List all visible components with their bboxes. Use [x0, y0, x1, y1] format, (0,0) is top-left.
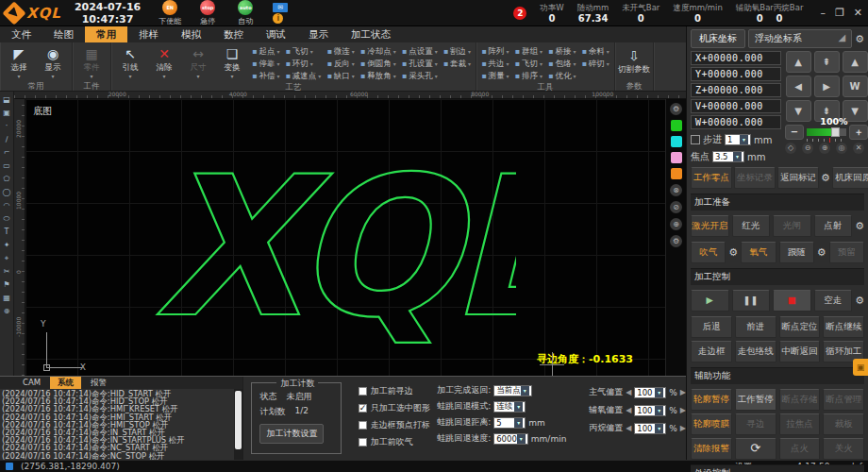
counter-settings-button[interactable]: 加工计数设置 — [259, 424, 324, 444]
floating-widget-icon[interactable]: ▣ — [853, 359, 868, 376]
breakpoint-resume-button[interactable]: 断点继续 — [823, 316, 864, 338]
speed-minus-button[interactable]: − — [785, 125, 804, 140]
layer-color-pink[interactable] — [671, 152, 682, 163]
menu-file[interactable]: 文件 — [0, 26, 42, 42]
tool-fillet[interactable]: 倒圆角 — [359, 58, 398, 70]
tool-cooling-point[interactable]: 冷却点 — [359, 45, 398, 58]
focus-center-icon[interactable]: ◎ — [836, 143, 847, 154]
cut-params-button[interactable]: ⇩切割参数 — [618, 43, 650, 81]
tool-start-point[interactable]: 起点 — [250, 45, 281, 58]
step-checkbox[interactable] — [691, 135, 700, 144]
mark-gear-icon[interactable]: ⚙ — [821, 172, 830, 184]
menu-nc[interactable]: 数控 — [212, 26, 255, 42]
speed-slider[interactable]: 100% — [807, 125, 846, 140]
reserved-button[interactable]: 预留 — [829, 242, 864, 263]
tool-group[interactable]: 群组 — [513, 45, 544, 58]
tool-sort[interactable]: 排序 — [513, 70, 544, 82]
select-tool-button[interactable]: ◤选择▾ — [3, 43, 35, 81]
forward-button[interactable]: 前进 — [735, 316, 776, 338]
tool-hole-setting[interactable]: 孔设置 — [400, 58, 440, 70]
tool-ring-cut[interactable]: 环切 — [283, 58, 323, 70]
jog-z-up-button[interactable]: ▲ — [843, 51, 868, 73]
propane-offset-input[interactable]: 100▾ — [634, 423, 666, 434]
coord-system-select[interactable]: 浮动坐标系◢ — [748, 29, 852, 48]
focus-minus-icon[interactable]: ⊖ — [802, 143, 813, 154]
menu-common[interactable]: 常用 — [85, 26, 127, 42]
blow-button[interactable]: 吹气 — [691, 242, 726, 263]
checkbox-pre-blow[interactable]: 加工前吹气 — [359, 436, 431, 448]
decrease-propane[interactable]: ◀ — [626, 424, 631, 432]
point-icon[interactable]: · — [2, 121, 12, 131]
tool-bridge[interactable]: 桥接 — [546, 45, 577, 58]
estop-icon[interactable]: stop — [200, 0, 215, 15]
main-gas-offset-input[interactable]: 100▾ — [634, 387, 666, 398]
jog-left-button[interactable]: ◀ — [786, 76, 811, 97]
select-box-icon[interactable]: ▣ — [2, 108, 12, 118]
ignite-button[interactable]: 点火 — [779, 438, 821, 460]
speed-plus-button[interactable]: ＋ — [849, 125, 868, 140]
log-scrollbar[interactable] — [234, 389, 242, 460]
tool-reverse[interactable]: 反向 — [325, 58, 356, 70]
tool-chop-cut[interactable]: 碎切 — [579, 58, 610, 70]
head-up-button[interactable]: ⇞ — [814, 51, 840, 73]
tool-array[interactable]: 阵列 — [479, 45, 510, 58]
cut-board-button[interactable]: 裁板 — [823, 413, 864, 435]
text-icon[interactable]: T — [2, 227, 12, 237]
restore-button[interactable]: ❐ — [835, 7, 844, 19]
menu-nesting[interactable]: 排样 — [127, 26, 170, 42]
contour-pause-button[interactable]: 轮廓暂停 — [691, 389, 732, 411]
clear-button[interactable]: ✕清除▾ — [148, 43, 180, 81]
menu-machining-state[interactable]: 加工状态 — [340, 26, 402, 42]
dry-run-button[interactable]: 空走 — [814, 290, 853, 312]
focus-value-input[interactable]: 3.5▾ — [712, 151, 744, 162]
finish-return-select[interactable]: 当前点▾ — [493, 385, 532, 396]
coord-record-button[interactable]: 坐标记录 — [734, 167, 776, 189]
blow-gear-icon[interactable]: ⚙ — [728, 246, 738, 259]
ellipse-icon[interactable]: ⬭ — [2, 213, 12, 224]
close-button[interactable]: ✕ — [854, 7, 862, 19]
node-edit-icon[interactable]: ⌖ — [2, 253, 12, 263]
tool-fly-cut[interactable]: 飞切 — [283, 45, 323, 58]
burst-button[interactable]: 点射 — [814, 215, 853, 237]
info-icon[interactable]: i — [273, 13, 283, 24]
leap-retract-distance-input[interactable]: 5▾ — [493, 417, 526, 429]
tool-optimize[interactable]: 优化 — [546, 70, 577, 82]
step-value-input[interactable]: 1▾ — [725, 134, 751, 145]
cancel-layer-icon[interactable]: ⊗ — [670, 184, 682, 196]
tool-measure[interactable]: 测量 — [479, 70, 510, 82]
layer-color-green[interactable] — [671, 120, 682, 131]
estop-button[interactable]: stop 急停 — [192, 0, 224, 26]
decrease-aux-oxygen[interactable]: ◀ — [626, 406, 631, 414]
part-button[interactable]: ▦零件▾ — [75, 43, 108, 81]
flag-icon[interactable]: ⚑ — [2, 279, 12, 290]
flame-off-button[interactable]: 关火 — [823, 438, 864, 460]
drawing-xql-outline[interactable]: XQL — [148, 133, 516, 355]
clear-alarm-button[interactable]: 清除报警 — [691, 438, 732, 460]
stop-button[interactable]: ■ — [773, 290, 811, 312]
tool-remnant[interactable]: 余料 — [579, 45, 610, 58]
seek-edge-button[interactable]: 寻边 — [735, 413, 776, 435]
checkbox-seek-edge[interactable]: 加工前寻边 — [359, 385, 431, 397]
system-log-list[interactable]: (2024/07/16 10:47:14)命令:HID_START 松开 (20… — [0, 389, 234, 460]
center-icon[interactable]: ⊕ — [2, 306, 12, 316]
tool-edge-cut[interactable]: 割边 — [442, 45, 473, 58]
tool-point-setting[interactable]: 点设置 — [400, 45, 440, 58]
pull-focus-button[interactable]: 拉焦点 — [779, 413, 821, 435]
coord-gear-icon[interactable]: ⚙ — [855, 33, 864, 45]
breakpoint-locate-button[interactable]: 断点定位 — [779, 316, 821, 338]
zoom-icon[interactable]: ⊕ — [670, 218, 682, 230]
jog-down-button[interactable]: ▼ — [786, 100, 811, 122]
tab-alarm[interactable]: 报警 — [83, 377, 114, 389]
menu-draw[interactable]: 绘图 — [42, 26, 85, 42]
mail-icon[interactable]: ✉ — [273, 3, 288, 12]
dimension-button[interactable]: ↔尺寸▾ — [182, 43, 214, 81]
red-light-button[interactable]: 红光 — [732, 215, 771, 237]
auto-icon[interactable]: auto — [238, 0, 253, 15]
display-tool-button[interactable]: ◉显示▾ — [37, 43, 69, 81]
tool-compensation[interactable]: 补偿 — [250, 70, 281, 82]
tool-decel-point[interactable]: 减速点 — [283, 70, 323, 82]
backward-button[interactable]: 后退 — [691, 316, 732, 338]
alarm-badge[interactable]: 2 — [513, 7, 526, 20]
machine-coord-button[interactable]: 机床坐标 — [691, 29, 745, 48]
enable-button[interactable]: EN 下使能 — [154, 0, 186, 26]
